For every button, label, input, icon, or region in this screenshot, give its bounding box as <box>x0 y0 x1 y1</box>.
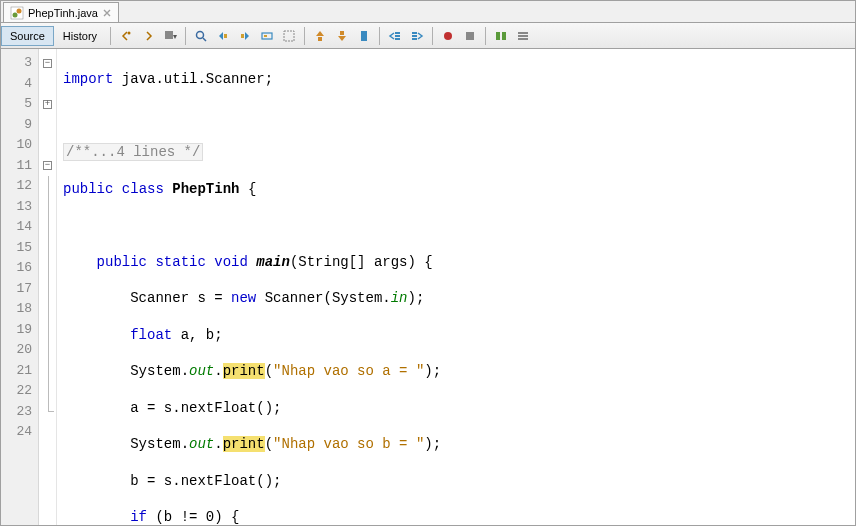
line-number: 5 <box>1 94 38 115</box>
separator <box>304 27 305 45</box>
svg-rect-24 <box>518 35 528 37</box>
svg-rect-17 <box>412 32 417 34</box>
svg-point-2 <box>17 8 22 13</box>
java-file-icon <box>10 6 24 20</box>
shift-right-icon[interactable] <box>408 27 426 45</box>
svg-rect-26 <box>518 38 528 40</box>
svg-rect-18 <box>412 35 417 37</box>
separator <box>485 27 486 45</box>
svg-rect-7 <box>241 34 244 38</box>
comment-icon[interactable] <box>492 27 510 45</box>
find-prev-icon[interactable] <box>214 27 232 45</box>
svg-rect-21 <box>466 32 474 40</box>
dropdown-icon[interactable] <box>161 27 179 45</box>
line-number: 23 <box>1 402 38 423</box>
fold-gutter: − + − <box>39 49 57 525</box>
separator <box>432 27 433 45</box>
svg-point-20 <box>444 32 452 40</box>
tab-bar: PhepTinh.java <box>1 1 855 23</box>
line-number: 12 <box>1 176 38 197</box>
line-number: 21 <box>1 361 38 382</box>
source-view-button[interactable]: Source <box>1 26 54 46</box>
line-number: 10 <box>1 135 38 156</box>
fold-collapse-icon[interactable]: − <box>43 59 52 68</box>
svg-rect-12 <box>340 31 344 35</box>
uncomment-icon[interactable] <box>514 27 532 45</box>
selection-icon[interactable] <box>280 27 298 45</box>
close-icon[interactable] <box>102 8 112 18</box>
line-number: 11 <box>1 156 38 177</box>
separator <box>185 27 186 45</box>
line-number: 24 <box>1 422 38 443</box>
shift-left-icon[interactable] <box>386 27 404 45</box>
separator <box>110 27 111 45</box>
line-number-gutter: 3 4 5 9 10 11 12 13 14 15 16 17 18 19 20… <box>1 49 39 525</box>
line-number: 15 <box>1 238 38 259</box>
file-tab[interactable]: PhepTinh.java <box>3 2 119 22</box>
line-number: 13 <box>1 197 38 218</box>
code-area[interactable]: import java.util.Scanner; /**...4 lines … <box>57 49 855 525</box>
fold-expand-icon[interactable]: + <box>43 100 52 109</box>
svg-rect-14 <box>395 32 400 34</box>
svg-rect-4 <box>165 31 173 39</box>
history-view-button[interactable]: History <box>54 26 106 46</box>
fold-collapse-icon[interactable]: − <box>43 161 52 170</box>
find-next-icon[interactable] <box>236 27 254 45</box>
svg-rect-15 <box>395 35 400 37</box>
line-number: 4 <box>1 74 38 95</box>
code-editor[interactable]: 3 4 5 9 10 11 12 13 14 15 16 17 18 19 20… <box>1 49 855 525</box>
line-number: 19 <box>1 320 38 341</box>
svg-point-1 <box>13 12 18 17</box>
svg-rect-11 <box>318 37 322 41</box>
svg-rect-6 <box>224 34 227 38</box>
toggle-bookmark-icon[interactable] <box>355 27 373 45</box>
svg-rect-9 <box>264 35 267 37</box>
svg-rect-0 <box>11 7 23 19</box>
svg-rect-23 <box>502 32 506 40</box>
line-number: 9 <box>1 115 38 136</box>
find-sel-icon[interactable] <box>258 27 276 45</box>
svg-point-3 <box>128 31 131 34</box>
prev-bookmark-icon[interactable] <box>311 27 329 45</box>
svg-rect-22 <box>496 32 500 40</box>
find-icon[interactable] <box>192 27 210 45</box>
line-number: 16 <box>1 258 38 279</box>
line-number: 3 <box>1 53 38 74</box>
svg-rect-10 <box>284 31 294 41</box>
nav-back-icon[interactable] <box>117 27 135 45</box>
line-number: 18 <box>1 299 38 320</box>
svg-rect-16 <box>395 38 400 40</box>
line-number: 14 <box>1 217 38 238</box>
macro-stop-icon[interactable] <box>461 27 479 45</box>
next-bookmark-icon[interactable] <box>333 27 351 45</box>
tab-filename: PhepTinh.java <box>28 7 98 19</box>
line-number: 17 <box>1 279 38 300</box>
line-number: 20 <box>1 340 38 361</box>
nav-fwd-icon[interactable] <box>139 27 157 45</box>
editor-toolbar: Source History <box>1 23 855 49</box>
svg-rect-25 <box>518 32 528 34</box>
separator <box>379 27 380 45</box>
svg-point-5 <box>197 31 204 38</box>
svg-rect-13 <box>361 31 367 41</box>
line-number: 22 <box>1 381 38 402</box>
svg-rect-19 <box>412 38 417 40</box>
macro-record-icon[interactable] <box>439 27 457 45</box>
